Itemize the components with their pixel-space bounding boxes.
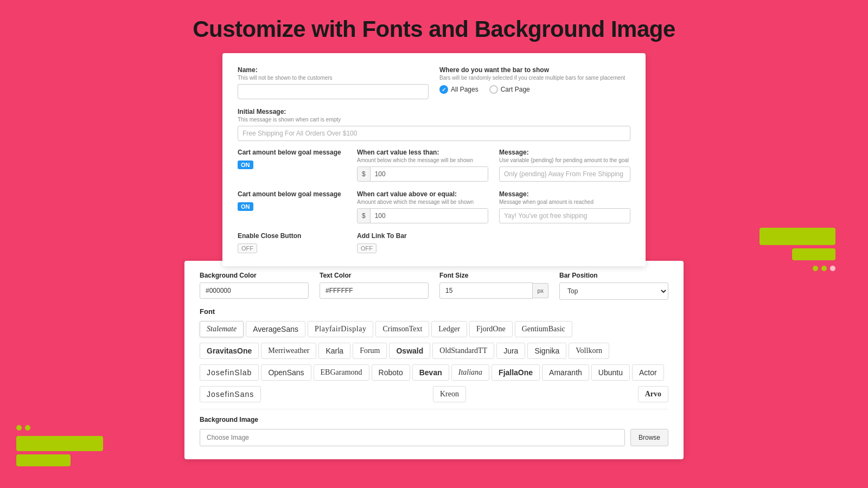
font-item-stalemate[interactable]: Stalemate [200,321,244,337]
form-card: Name: This will not be shown to the cust… [222,53,646,266]
browse-button[interactable]: Browse [630,429,668,446]
font-item-forum[interactable]: Forum [353,343,387,359]
font-grid-row3: JosefinSlab OpenSans EBGaramond Roboto B… [200,364,668,381]
col-font-size: Font Size px [439,272,548,300]
font-item-amaranth[interactable]: Amaranth [542,364,589,381]
when-above-value-input[interactable] [371,209,488,223]
font-item-josefinslab[interactable]: JosefinSlab [200,364,259,381]
font-item-italiana[interactable]: Italiana [451,364,489,381]
message-below-label: Message: [499,149,630,156]
below-goal-toggle[interactable]: ON [238,160,253,169]
deco-dot-3 [830,266,835,271]
radio-label-cart-page: Cart Page [501,86,530,93]
font-item-oldstandard[interactable]: OldStandardTT [432,343,494,359]
when-above-label: When cart value above or equal: [357,190,488,198]
col-bar-position: Bar Position Top Bottom [559,272,668,300]
row-name-placement: Name: This will not be shown to the cust… [238,66,630,99]
font-item-playfair[interactable]: PlayfairDisplay [308,321,373,337]
deco-top-right [760,228,835,271]
col-bg-color: Background Color [200,272,309,300]
message-above-input[interactable] [499,208,630,223]
row-initial-message: Initial Message: This message is shown w… [238,108,630,141]
page-title: Customize with Fonts and Background Imag… [0,0,868,53]
above-goal-toggle[interactable]: ON [238,202,253,211]
when-less-value-input[interactable] [371,167,488,181]
bg-image-section: Background Image Browse [200,416,668,446]
bar-position-select[interactable]: Top Bottom [559,282,668,300]
radio-cart-page[interactable]: Cart Page [489,85,530,94]
font-item-ubuntu[interactable]: Ubuntu [591,364,630,381]
col-name: Name: This will not be shown to the cust… [238,66,429,99]
name-input[interactable] [238,84,429,99]
message-below-sublabel: Use variable {pending} for pending amoun… [499,157,630,163]
font-item-bevan[interactable]: Bevan [412,364,449,381]
col-placement: Where do you want the bar to show Bars w… [439,66,630,99]
col-above-toggle: Cart amount below goal message ON [238,190,346,223]
font-item-crimson[interactable]: CrimsonText [375,321,429,337]
initial-message-sublabel: This message is shown when cart is empty [238,117,630,123]
when-less-sublabel: Amount below which the message will be s… [357,157,488,163]
row-above-goal: Cart amount below goal message ON When c… [238,190,630,223]
font-item-vollkorn[interactable]: Vollkorn [569,343,609,359]
name-sublabel: This will not be shown to the customers [238,75,429,81]
font-item-fjalla[interactable]: FjallaOne [492,364,540,381]
message-below-input[interactable] [499,166,630,182]
col-add-link: Add Link To Bar OFF [357,232,488,253]
col-message-below: Message: Use variable {pending} for pend… [499,149,630,182]
text-color-input[interactable] [320,282,429,299]
font-item-ebgara[interactable]: EBGaramond [314,364,369,381]
row-below-goal: Cart amount below goal message ON When c… [238,149,630,182]
font-item-oswald[interactable]: Oswald [389,343,430,359]
font-item-karla[interactable]: Karla [318,343,350,359]
initial-message-label: Initial Message: [238,108,630,115]
font-grid-row2: GravitasOne Merriweather Karla Forum Osw… [200,343,668,359]
font-item-gentium[interactable]: GentiumBasic [515,321,572,337]
bg-image-input[interactable] [200,429,625,446]
col-text-color: Text Color [320,272,429,300]
add-link-toggle-wrapper: OFF [357,243,488,253]
deco-dot-1 [813,266,818,271]
row-close-link: Enable Close Button OFF Add Link To Bar … [238,232,630,253]
add-link-toggle[interactable]: OFF [357,243,376,253]
font-size-input[interactable] [439,282,533,299]
font-item-averagesans[interactable]: AverageSans [246,321,305,337]
bg-color-input[interactable] [200,282,309,299]
below-toggle-wrapper: ON [238,159,346,169]
above-toggle-wrapper: ON [238,201,346,211]
deco-shape-2 [792,248,835,260]
font-item-opensans[interactable]: OpenSans [261,364,311,381]
font-item-josefinsans[interactable]: JosefinSans [200,386,261,402]
col-placeholder-3 [499,232,630,253]
font-item-merriweather[interactable]: Merriweather [261,343,316,359]
font-item-ledger[interactable]: Ledger [431,321,467,337]
text-color-label: Text Color [320,272,429,279]
font-section: Font Stalemate AverageSans PlayfairDispl… [200,307,668,402]
close-toggle-wrapper: OFF [238,243,346,253]
radio-check-all-pages [439,85,448,94]
panel-row-colors: Background Color Text Color Font Size px… [200,272,668,300]
name-label: Name: [238,66,429,74]
message-above-sublabel: Message when goal amount is reached [499,199,630,205]
close-toggle[interactable]: OFF [238,243,257,253]
placement-sublabel: Bars will be randomly selected if you cr… [439,75,630,81]
font-item-jura[interactable]: Jura [496,343,525,359]
radio-all-pages[interactable]: All Pages [439,85,478,94]
font-item-actor[interactable]: Actor [632,364,664,381]
close-button-label: Enable Close Button [238,232,346,240]
font-item-roboto[interactable]: Roboto [372,364,410,381]
placement-radio-group: All Pages Cart Page [439,85,630,94]
font-item-fjord[interactable]: FjordOne [469,321,513,337]
font-item-signika[interactable]: Signika [527,343,566,359]
font-label: Font [200,307,668,316]
placement-label: Where do you want the bar to show [439,66,630,74]
deco-dot-4 [16,425,22,431]
add-link-label: Add Link To Bar [357,232,488,240]
currency-prefix-less: $ [358,167,371,181]
when-less-input-wrapper: $ [357,166,488,182]
font-item-gravitas[interactable]: GravitasOne [200,343,259,359]
separator [200,409,668,409]
initial-message-input[interactable] [238,126,630,141]
font-item-kreon[interactable]: Kreon [433,386,466,402]
deco-dots-left [16,425,103,431]
font-item-arvo[interactable]: Arvo [638,386,668,402]
